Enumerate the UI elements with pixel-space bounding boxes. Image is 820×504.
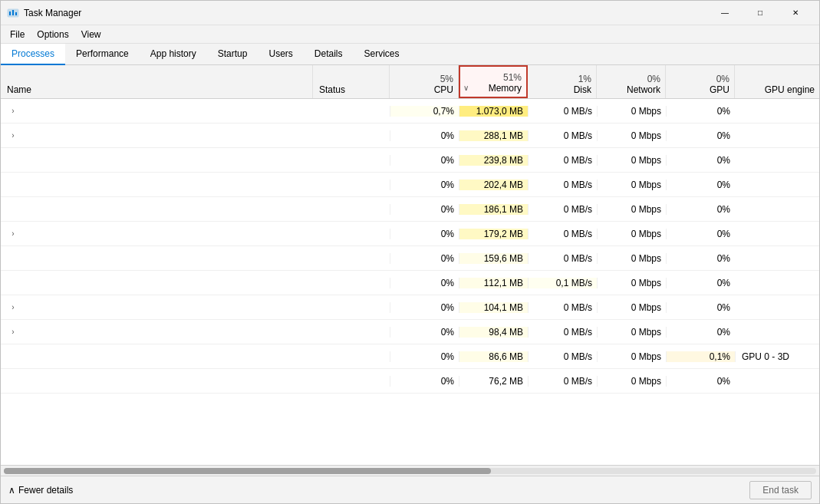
- row-memory: 202,4 MB: [459, 180, 528, 190]
- row-name: [1, 252, 313, 265]
- table-row[interactable]: › 0% 104,1 MB 0 MB/s 0 Mbps 0%: [1, 295, 819, 320]
- footer: ∧ Fewer details End task: [1, 476, 819, 503]
- row-network: 0 Mbps: [597, 327, 666, 338]
- scrollbar-thumb[interactable]: [4, 468, 491, 474]
- row-expand-icon[interactable]: [7, 154, 19, 166]
- row-network: 0 Mbps: [597, 180, 666, 190]
- row-cpu: 0%: [390, 155, 459, 166]
- col-header-memory[interactable]: ∨ 51% Memory: [459, 65, 528, 98]
- row-cpu: 0%: [390, 204, 459, 215]
- tab-app-history[interactable]: App history: [140, 44, 207, 65]
- row-cpu: 0,7%: [390, 106, 459, 117]
- row-name: [1, 375, 313, 387]
- table-row[interactable]: 0% 112,1 MB 0,1 MB/s 0 Mbps 0%: [1, 271, 819, 295]
- row-gpu: 0%: [666, 253, 735, 264]
- row-expand-icon[interactable]: ›: [7, 228, 19, 240]
- table-row[interactable]: › 0,7% 1.073,0 MB 0 MB/s 0 Mbps 0%: [1, 99, 819, 124]
- scrollbar-track[interactable]: [4, 468, 816, 474]
- row-cpu: 0%: [390, 278, 459, 288]
- col-header-status[interactable]: Status: [313, 65, 390, 98]
- row-memory: 112,1 MB: [459, 278, 528, 288]
- table-row[interactable]: 0% 86,6 MB 0 MB/s 0 Mbps 0,1% GPU 0 - 3D: [1, 344, 819, 369]
- row-gpu: 0%: [666, 130, 735, 141]
- row-disk: 0 MB/s: [528, 130, 597, 141]
- row-cpu: 0%: [390, 302, 459, 313]
- main-content: Name Status 5% CPU ∨ 51% Memory 1% Disk …: [1, 65, 819, 476]
- row-gpu: 0%: [666, 229, 735, 239]
- col-header-disk[interactable]: 1% Disk: [528, 65, 597, 98]
- title-bar: Task Manager — □ ✕: [1, 1, 819, 25]
- table-row[interactable]: 0% 76,2 MB 0 MB/s 0 Mbps 0%: [1, 369, 819, 394]
- menu-view[interactable]: View: [75, 28, 107, 41]
- row-expand-icon[interactable]: [7, 351, 19, 363]
- end-task-button[interactable]: End task: [749, 481, 812, 499]
- fewer-details-button[interactable]: ∧ Fewer details: [8, 485, 73, 496]
- row-name: ›: [1, 228, 313, 240]
- menu-options[interactable]: Options: [31, 28, 74, 41]
- row-expand-icon[interactable]: ›: [7, 326, 19, 338]
- row-cpu: 0%: [390, 253, 459, 264]
- tab-processes[interactable]: Processes: [1, 44, 65, 65]
- row-name: ›: [1, 130, 313, 142]
- row-expand-icon[interactable]: [7, 252, 19, 265]
- col-header-gpu[interactable]: 0% GPU: [666, 65, 735, 98]
- row-gpu: 0,1%: [666, 351, 735, 362]
- table-row[interactable]: 0% 186,1 MB 0 MB/s 0 Mbps 0%: [1, 197, 819, 222]
- table-row[interactable]: 0% 159,6 MB 0 MB/s 0 Mbps 0%: [1, 246, 819, 271]
- row-disk: 0 MB/s: [528, 376, 597, 387]
- menu-bar: File Options View: [1, 25, 819, 44]
- row-expand-icon[interactable]: ›: [7, 105, 19, 117]
- row-disk: 0,1 MB/s: [528, 278, 597, 288]
- row-disk: 0 MB/s: [528, 204, 597, 215]
- table-row[interactable]: 0% 239,8 MB 0 MB/s 0 Mbps 0%: [1, 148, 819, 173]
- tab-users[interactable]: Users: [258, 44, 303, 65]
- close-button[interactable]: ✕: [778, 1, 813, 25]
- horizontal-scrollbar[interactable]: [1, 465, 819, 476]
- row-gpu: 0%: [666, 376, 735, 387]
- row-name: [1, 277, 313, 289]
- row-gpu: 0%: [666, 302, 735, 313]
- row-memory: 159,6 MB: [459, 253, 528, 264]
- row-memory: 239,8 MB: [459, 155, 528, 166]
- row-name: [1, 351, 313, 363]
- col-header-name[interactable]: Name: [1, 65, 313, 98]
- col-header-gpu-engine[interactable]: GPU engine: [735, 65, 819, 98]
- app-icon: [7, 7, 19, 19]
- tab-details[interactable]: Details: [304, 44, 354, 65]
- row-gpu-engine: GPU 0 - 3D: [735, 351, 819, 362]
- row-disk: 0 MB/s: [528, 155, 597, 166]
- col-header-network[interactable]: 0% Network: [597, 65, 666, 98]
- row-gpu: 0%: [666, 278, 735, 288]
- row-name: ›: [1, 301, 313, 314]
- row-expand-icon[interactable]: [7, 375, 19, 387]
- table-row[interactable]: 0% 202,4 MB 0 MB/s 0 Mbps 0%: [1, 173, 819, 197]
- table-row[interactable]: › 0% 179,2 MB 0 MB/s 0 Mbps 0%: [1, 222, 819, 246]
- table-row[interactable]: › 0% 288,1 MB 0 MB/s 0 Mbps 0%: [1, 124, 819, 148]
- table-row[interactable]: › 0% 98,4 MB 0 MB/s 0 Mbps 0%: [1, 320, 819, 344]
- row-network: 0 Mbps: [597, 253, 666, 264]
- maximize-button[interactable]: □: [743, 1, 778, 25]
- col-header-cpu[interactable]: 5% CPU: [390, 65, 459, 98]
- tab-performance[interactable]: Performance: [65, 44, 140, 65]
- row-name: ›: [1, 326, 313, 338]
- row-gpu: 0%: [666, 204, 735, 215]
- row-name: ›: [1, 105, 313, 117]
- row-expand-icon[interactable]: [7, 179, 19, 191]
- svg-rect-1: [9, 12, 11, 15]
- table-header: Name Status 5% CPU ∨ 51% Memory 1% Disk …: [1, 65, 819, 99]
- row-expand-icon[interactable]: ›: [7, 130, 19, 142]
- minimize-button[interactable]: —: [707, 1, 743, 25]
- row-expand-icon[interactable]: [7, 203, 19, 216]
- row-expand-icon[interactable]: ›: [7, 301, 19, 314]
- row-network: 0 Mbps: [597, 278, 666, 288]
- row-gpu: 0%: [666, 180, 735, 190]
- row-expand-icon[interactable]: [7, 277, 19, 289]
- fewer-details-label: Fewer details: [18, 485, 73, 496]
- tab-services[interactable]: Services: [354, 44, 410, 65]
- row-memory: 86,6 MB: [459, 351, 528, 362]
- row-network: 0 Mbps: [597, 106, 666, 117]
- tab-startup[interactable]: Startup: [207, 44, 259, 65]
- row-network: 0 Mbps: [597, 376, 666, 387]
- row-disk: 0 MB/s: [528, 327, 597, 338]
- menu-file[interactable]: File: [4, 28, 31, 41]
